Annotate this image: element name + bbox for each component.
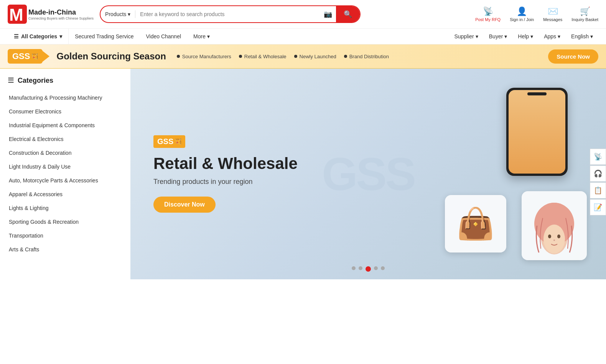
buyer-chevron-icon: ▾: [504, 33, 507, 39]
hero-product-images: 👜: [445, 80, 591, 268]
sidebar-item-auto[interactable]: Auto, Motorcycle Parts & Accessories: [0, 174, 130, 187]
all-categories-label: All Categories: [21, 33, 57, 39]
hero-gss-badge: GSS 🏹: [153, 135, 185, 148]
menu-icon: ☰: [14, 33, 19, 39]
user-icon: 👤: [517, 7, 527, 16]
buyer-nav[interactable]: Buyer ▾: [484, 29, 513, 44]
bullet-dot-icon: [294, 55, 297, 58]
messages-button[interactable]: ✉️ Messages: [543, 7, 562, 22]
dropdown-chevron-icon: ▾: [128, 11, 130, 17]
sidebar-item-light-industry[interactable]: Light Industry & Daily Use: [0, 160, 130, 174]
more-chevron-icon: ▾: [207, 33, 210, 39]
gss-bullet-wholesale: Retail & Wholesale: [239, 54, 287, 59]
language-chevron-icon: ▾: [590, 33, 593, 39]
signin-button[interactable]: 👤 Sign in / Join: [510, 7, 534, 22]
hero-subtitle: Trending products in your region: [153, 178, 298, 186]
gss-bullet-launched: Newly Launched: [294, 54, 336, 59]
header: M Made-in-China Connecting Buyers with C…: [0, 0, 606, 29]
float-notes-button[interactable]: 📝: [590, 199, 606, 215]
logo[interactable]: M Made-in-China Connecting Buyers with C…: [8, 5, 94, 24]
source-now-button[interactable]: Source Now: [548, 49, 598, 64]
float-catalog-button[interactable]: 📋: [590, 182, 606, 198]
bullet-dot-icon: [344, 55, 347, 58]
search-bar: Products ▾ 📷 🔍: [100, 5, 361, 23]
phone-notch: [527, 92, 547, 95]
discover-now-button[interactable]: Discover Now: [153, 197, 216, 213]
apps-chevron-icon: ▾: [558, 33, 560, 39]
hero-dot-1[interactable]: [352, 266, 356, 270]
hero-dots: [352, 266, 385, 272]
more-nav[interactable]: More ▾: [187, 29, 216, 44]
hero-content: GSS 🏹 Retail & Wholesale Trending produc…: [153, 135, 298, 213]
logo-sub-text: Connecting Buyers with Chinese Suppliers: [28, 16, 94, 20]
sidebar-title: ☰ Categories: [0, 76, 130, 91]
secured-trading-nav[interactable]: Secured Trading Service: [69, 29, 140, 44]
svg-point-8: [553, 239, 555, 241]
gss-bullet-manufacturers: Source Manufacturers: [177, 54, 231, 59]
basket-label: Inquiry Basket: [571, 17, 598, 22]
svg-point-6: [548, 234, 551, 238]
hero-bag-card: 👜: [445, 195, 506, 253]
hero-dot-4[interactable]: [374, 266, 378, 270]
sidebar-item-electrical[interactable]: Electrical & Electronics: [0, 132, 130, 146]
hero-dot-5[interactable]: [381, 266, 385, 270]
messages-label: Messages: [543, 17, 562, 22]
nav-bar: ☰ All Categories ▾ Secured Trading Servi…: [0, 29, 606, 44]
svg-text:M: M: [9, 5, 23, 24]
sidebar-item-industrial[interactable]: Industrial Equipment & Components: [0, 118, 130, 132]
hero-badge-icon: 🏹: [175, 138, 181, 144]
post-rfq-button[interactable]: 📡 Post My RFQ: [475, 7, 501, 22]
sidebar-item-manufacturing[interactable]: Manufacturing & Processing Machinery: [0, 91, 130, 105]
video-channel-nav[interactable]: Video Channel: [140, 29, 187, 44]
logo-icon: M: [8, 5, 27, 24]
supplier-chevron-icon: ▾: [476, 33, 478, 39]
sidebar-item-consumer-electronics[interactable]: Consumer Electronics: [0, 105, 130, 118]
help-nav[interactable]: Help ▾: [512, 29, 538, 44]
bullet-dot-icon: [177, 55, 180, 58]
search-input[interactable]: [135, 7, 320, 21]
sidebar-item-sporting[interactable]: Sporting Goods & Recreation: [0, 215, 130, 229]
rfq-label: Post My RFQ: [475, 17, 501, 22]
bullet-dot-icon: [239, 55, 242, 58]
sidebar-item-arts[interactable]: Arts & Crafts: [0, 243, 130, 256]
hero-wig-card: [522, 191, 587, 260]
float-support-button[interactable]: 🎧: [590, 166, 606, 182]
messages-icon: ✉️: [548, 7, 558, 16]
all-categories-button[interactable]: ☰ All Categories ▾: [8, 29, 69, 44]
camera-icon[interactable]: 📷: [320, 10, 336, 18]
hero-banner: GSS GSS 🏹 Retail & Wholesale Trending pr…: [130, 69, 606, 279]
float-rfq-icon: 📡: [594, 152, 602, 161]
nav-right: Supplier ▾ Buyer ▾ Help ▾ Apps ▾ English…: [449, 29, 598, 44]
search-button[interactable]: 🔍: [336, 6, 360, 22]
phone-screen: [509, 90, 565, 174]
inquiry-basket-button[interactable]: 🛒 Inquiry Basket: [571, 7, 598, 22]
hero-dot-3[interactable]: [366, 266, 371, 272]
gss-arrow-icon: 🏹: [31, 53, 38, 59]
float-buttons: 📡 🎧 📋 📝: [590, 149, 606, 215]
wig-illustration: [531, 195, 577, 256]
gss-bullet-brand: Brand Distribution: [344, 54, 389, 59]
help-chevron-icon: ▾: [530, 33, 533, 39]
supplier-nav[interactable]: Supplier ▾: [449, 29, 483, 44]
gss-banner: GSS 🏹 Golden Sourcing Season Source Manu…: [0, 44, 606, 69]
main-content: ☰ Categories Manufacturing & Processing …: [0, 69, 606, 279]
gss-title: Golden Sourcing Season: [56, 51, 166, 62]
svg-point-5: [543, 225, 565, 254]
apps-nav[interactable]: Apps ▾: [538, 29, 566, 44]
sidebar-list-icon: ☰: [8, 76, 14, 85]
gss-badge: GSS 🏹: [8, 49, 43, 64]
language-nav[interactable]: English ▾: [566, 29, 598, 44]
svg-point-7: [557, 234, 560, 238]
signin-label: Sign in / Join: [510, 17, 534, 22]
hero-dot-2[interactable]: [359, 266, 362, 270]
bag-icon: 👜: [456, 206, 495, 242]
sidebar-item-lights[interactable]: Lights & Lighting: [0, 201, 130, 215]
search-category-dropdown[interactable]: Products ▾: [100, 11, 135, 17]
sidebar-item-construction[interactable]: Construction & Decoration: [0, 146, 130, 160]
gss-bullets: Source Manufacturers Retail & Wholesale …: [177, 54, 389, 59]
sidebar-item-transportation[interactable]: Transportation: [0, 229, 130, 243]
float-rfq-button[interactable]: 📡: [590, 149, 606, 165]
logo-main-text: Made-in-China: [28, 8, 94, 16]
basket-icon: 🛒: [580, 7, 590, 16]
sidebar-item-apparel[interactable]: Apparel & Accessories: [0, 187, 130, 201]
